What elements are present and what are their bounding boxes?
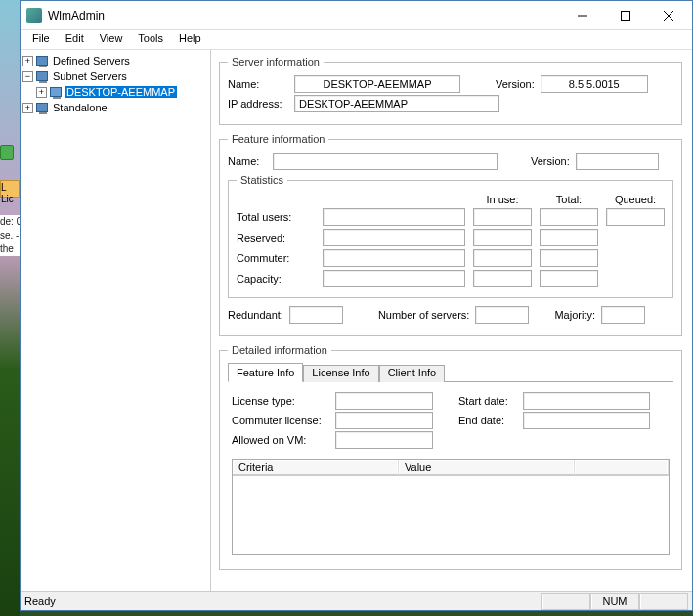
- tab-client-info[interactable]: Client Info: [379, 365, 446, 382]
- menu-view[interactable]: View: [92, 30, 131, 49]
- start-date-field: [523, 392, 650, 410]
- listview-body[interactable]: [233, 476, 669, 554]
- expand-icon[interactable]: +: [22, 56, 33, 66]
- capacity-field: [323, 270, 465, 287]
- reserved-label: Reserved:: [237, 232, 315, 243]
- app-window: WlmAdmin File Edit View Tools Help + Def…: [20, 0, 693, 611]
- menu-help[interactable]: Help: [171, 30, 209, 49]
- commuter-total: [540, 249, 598, 267]
- reserved-inuse: [473, 229, 532, 246]
- expand-icon[interactable]: +: [22, 103, 33, 113]
- majority-label: Majority:: [554, 309, 595, 321]
- tab-feature-info[interactable]: Feature Info: [228, 363, 303, 382]
- total-users-inuse: [473, 208, 532, 226]
- feature-info-group: Feature information Name: Version: Stati…: [219, 133, 682, 336]
- total-users-queued: [606, 208, 665, 226]
- total-users-field: [323, 208, 465, 226]
- ip-label: IP address:: [228, 98, 288, 110]
- redundant-label: Redundant:: [228, 309, 283, 321]
- queued-header: Queued:: [606, 194, 665, 205]
- menu-edit[interactable]: Edit: [58, 30, 92, 49]
- menu-file[interactable]: File: [24, 30, 58, 49]
- total-users-total: [540, 208, 598, 226]
- titlebar: WlmAdmin: [21, 1, 692, 30]
- detail-tabs: Feature Info License Info Client Info: [228, 362, 673, 382]
- bg-orange-box: L Lic: [0, 180, 20, 198]
- commuter-field: [323, 249, 465, 267]
- redundant-field: [289, 306, 343, 324]
- license-type-field: [335, 392, 433, 410]
- tree-defined-servers[interactable]: + Defined Servers: [22, 53, 208, 68]
- allowed-vm-field: [335, 431, 433, 449]
- end-date-label: End date:: [458, 415, 517, 426]
- bg-green-button: [0, 145, 14, 160]
- detailed-info-group: Detailed information Feature Info Licens…: [219, 344, 682, 570]
- col-value[interactable]: Value: [399, 460, 575, 475]
- status-blank: [541, 593, 590, 610]
- version-label: Version:: [496, 78, 535, 90]
- commuter-label: Commuter:: [237, 252, 315, 264]
- capacity-total: [540, 270, 598, 287]
- start-date-label: Start date:: [458, 395, 517, 407]
- menu-tools[interactable]: Tools: [130, 30, 171, 49]
- numservers-field: [475, 306, 529, 324]
- commuter-license-field: [335, 412, 433, 429]
- tab-content: License type: Start date: Commuter licen…: [228, 382, 673, 559]
- maximize-button[interactable]: [604, 2, 647, 29]
- statistics-group: Statistics In use: Total: Queued: Total …: [228, 174, 673, 298]
- capacity-label: Capacity:: [237, 273, 315, 285]
- capacity-inuse: [473, 270, 532, 287]
- name-label: Name:: [228, 78, 288, 90]
- reserved-field: [323, 229, 465, 246]
- inuse-header: In use:: [473, 194, 532, 205]
- detailed-info-legend: Detailed information: [228, 344, 331, 356]
- tree-server-desktop-aeemmap[interactable]: + DESKTOP-AEEMMAP: [22, 84, 208, 100]
- status-num: NUM: [590, 593, 639, 610]
- numservers-label: Number of servers:: [378, 309, 470, 321]
- majority-field: [601, 306, 645, 324]
- statusbar: Ready NUM: [21, 591, 692, 610]
- tree-subnet-servers[interactable]: − Subnet Servers: [22, 68, 208, 84]
- status-blank2: [639, 593, 688, 610]
- allowed-vm-label: Allowed on VM:: [232, 434, 329, 446]
- app-icon: [26, 8, 42, 23]
- detail-pane: Server information Name: DESKTOP-AEEMMAP…: [211, 50, 692, 591]
- server-name-field: DESKTOP-AEEMMAP: [294, 75, 460, 93]
- status-ready: Ready: [24, 595, 56, 607]
- server-ip-field: DESKTOP-AEEMMAP: [294, 95, 499, 112]
- server-info-legend: Server information: [228, 56, 324, 67]
- servers-icon: [35, 54, 49, 67]
- reserved-total: [540, 229, 598, 246]
- total-header: Total:: [540, 194, 598, 205]
- server-info-group: Server information Name: DESKTOP-AEEMMAP…: [219, 56, 682, 125]
- minimize-button[interactable]: [561, 2, 604, 29]
- commuter-license-label: Commuter license:: [232, 415, 329, 426]
- total-users-label: Total users:: [237, 211, 315, 223]
- commuter-inuse: [473, 249, 532, 267]
- feature-version-field: [576, 153, 659, 170]
- listview-header: Criteria Value: [233, 460, 669, 476]
- menubar: File Edit View Tools Help: [21, 30, 692, 50]
- expand-icon[interactable]: +: [36, 87, 47, 98]
- servers-icon: [35, 101, 49, 114]
- tab-license-info[interactable]: License Info: [303, 365, 378, 382]
- servers-icon: [35, 69, 49, 83]
- license-type-label: License type:: [232, 395, 329, 407]
- feature-name-field: [273, 153, 498, 170]
- collapse-icon[interactable]: −: [22, 71, 33, 82]
- bg-text: de: 0 se. - the: [0, 215, 20, 256]
- tree-standalone[interactable]: + Standalone: [22, 100, 208, 115]
- close-button[interactable]: [647, 2, 690, 29]
- window-title: WlmAdmin: [48, 9, 561, 22]
- server-version-field: 8.5.5.0015: [541, 75, 648, 93]
- svg-rect-1: [622, 11, 630, 20]
- statistics-legend: Statistics: [237, 174, 287, 186]
- criteria-listview[interactable]: Criteria Value: [232, 459, 670, 555]
- feature-version-label: Version:: [531, 155, 570, 167]
- feature-name-label: Name:: [228, 155, 267, 167]
- feature-info-legend: Feature information: [228, 133, 328, 145]
- tree-pane[interactable]: + Defined Servers − Subnet Servers + DES…: [21, 50, 211, 591]
- server-icon: [49, 85, 63, 99]
- col-criteria[interactable]: Criteria: [233, 460, 399, 475]
- col-blank[interactable]: [575, 460, 669, 475]
